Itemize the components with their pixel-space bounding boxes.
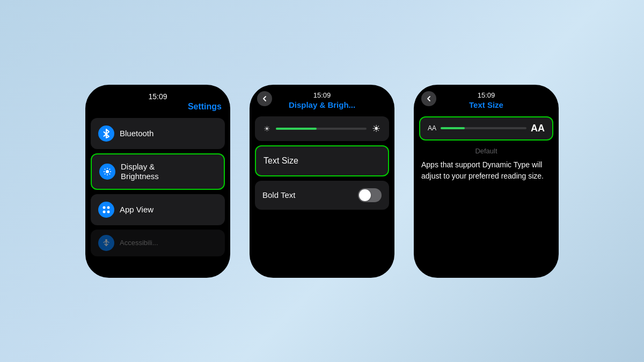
screen3-title: Text Size: [469, 100, 503, 109]
watch-screen-3: 15:09 Text Size AA AA Default Apps that …: [414, 85, 559, 278]
accessibility-label: Accessibili...: [120, 239, 158, 247]
menu-item-display[interactable]: Display &Brightness: [91, 153, 225, 190]
default-label: Default: [414, 143, 559, 157]
screen1-title: Settings: [188, 102, 222, 111]
svg-line-5: [105, 168, 105, 169]
display-icon: [99, 164, 115, 180]
screen2-title: Display & Brigh...: [289, 100, 355, 109]
aa-small-label: AA: [428, 124, 436, 132]
text-size-label: Text Size: [264, 156, 298, 165]
svg-point-13: [105, 239, 107, 241]
bold-text-toggle[interactable]: [358, 188, 382, 202]
accessibility-icon: [98, 235, 114, 251]
display-label: Display &Brightness: [121, 162, 159, 181]
svg-line-8: [105, 173, 105, 174]
sun-small-icon: ☀: [264, 124, 270, 133]
menu-item-bluetooth[interactable]: Bluetooth: [91, 118, 225, 149]
svg-line-6: [109, 173, 110, 174]
brightness-slider[interactable]: [276, 128, 367, 130]
sun-large-icon: ☀: [372, 123, 380, 135]
svg-point-10: [107, 206, 110, 209]
menu-item-appview[interactable]: App View: [91, 194, 225, 225]
text-size-slider-row[interactable]: AA AA: [419, 116, 553, 141]
bluetooth-icon: [98, 125, 114, 142]
brightness-row[interactable]: ☀ ☀: [255, 116, 389, 141]
text-size-fill: [441, 127, 465, 129]
appview-icon: [98, 202, 114, 218]
brightness-fill: [276, 128, 317, 130]
text-size-slider[interactable]: [441, 127, 526, 129]
svg-point-11: [103, 210, 106, 213]
appview-label: App View: [120, 205, 153, 215]
svg-point-0: [106, 170, 109, 173]
svg-point-12: [107, 210, 110, 213]
watch-screen-2: 15:09 Display & Brigh... ☀ ☀ Text Size B…: [250, 85, 394, 278]
bold-text-label: Bold Text: [262, 190, 295, 200]
time-display-2: 15:09: [313, 91, 331, 99]
svg-point-9: [103, 206, 106, 209]
aa-large-label: AA: [531, 123, 545, 134]
toggle-knob: [359, 189, 371, 201]
bluetooth-label: Bluetooth: [120, 129, 153, 138]
svg-line-7: [109, 168, 110, 169]
bold-text-row[interactable]: Bold Text: [255, 181, 389, 210]
back-button-2[interactable]: [257, 91, 272, 106]
watch-screen-1: 15:09 Settings Bluetooth: [85, 85, 230, 278]
description-text: Apps that support Dynamic Type will adju…: [414, 157, 559, 189]
back-button-3[interactable]: [421, 91, 436, 106]
text-size-button[interactable]: Text Size: [255, 145, 389, 176]
time-display-3: 15:09: [478, 91, 495, 99]
time-display-1: 15:09: [94, 92, 222, 101]
